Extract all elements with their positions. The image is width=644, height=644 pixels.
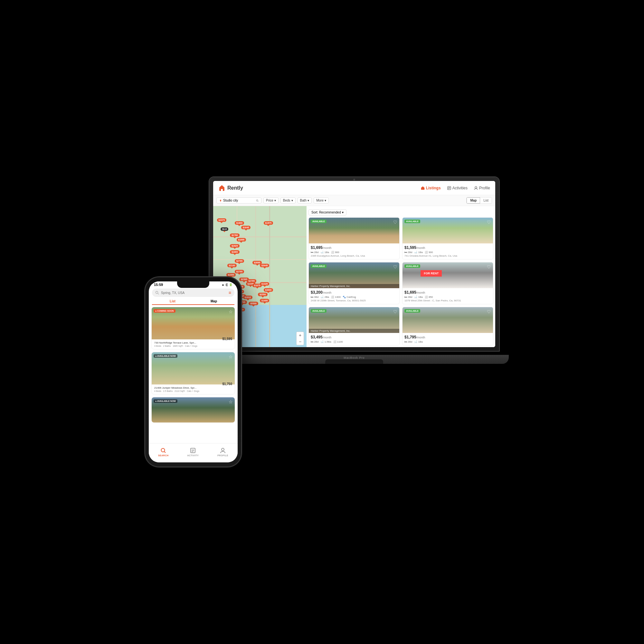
phone-nav-activity[interactable]: ACTIVITY	[187, 447, 199, 457]
favorite-button[interactable]: ♡	[393, 220, 397, 225]
price-pin[interactable]: $1780	[230, 233, 239, 237]
price-pin[interactable]: $4375	[217, 218, 226, 222]
favorite-button[interactable]: ♡	[393, 309, 397, 314]
phone-search-icon	[155, 291, 159, 295]
price-pin[interactable]: $1845	[241, 226, 251, 229]
price-pin[interactable]: $2550	[258, 293, 267, 296]
price-pin[interactable]: $1400	[260, 299, 269, 302]
listings-section: Sort: Recommended ▾ AVAILABLE ♡	[307, 206, 495, 347]
company-overlay: Harbor Property Management, Inc.	[309, 284, 399, 288]
listing-image: AVAILABLE ♡	[403, 307, 493, 333]
price-pin[interactable]: $3000	[264, 288, 273, 292]
listing-image: AVAILABLE ♡ Harbor Property Management, …	[309, 262, 399, 288]
phone-listing-card[interactable]: ● COMING SOON ☆ 730 NorthRidge Terrace L…	[151, 307, 235, 349]
price-pin[interactable]: $1975	[264, 221, 273, 225]
listing-badge: AVAILABLE	[404, 309, 420, 313]
price-pin[interactable]: $1912	[243, 296, 252, 299]
phone-tab-list[interactable]: List	[152, 298, 193, 305]
price-pin[interactable]: $2095	[226, 273, 236, 277]
phone-time: 15:59	[154, 283, 163, 287]
phone-favorite-btn[interactable]: ☆	[229, 309, 233, 314]
favorite-button[interactable]: ♡	[487, 220, 491, 225]
zoom-out-btn[interactable]: −	[297, 338, 304, 345]
phone-nav-search[interactable]: SEARCH	[158, 447, 169, 457]
for-rent-sign: FOR RENT	[421, 270, 442, 277]
listing-card[interactable]: AVAILABLE ♡ Harbor Property Management, …	[308, 307, 400, 346]
phone-nav-activity-label: ACTIVITY	[187, 454, 199, 457]
phone-favorite-btn[interactable]: ☆	[229, 399, 233, 404]
zoom-in-btn[interactable]: +	[297, 332, 304, 338]
price-pin[interactable]: $1625	[230, 244, 239, 248]
phone-tab-map[interactable]: Map	[193, 298, 234, 304]
price-pin[interactable]: $1800	[235, 221, 244, 225]
price-pin[interactable]: $1325	[260, 282, 269, 286]
phone-listing-card[interactable]: ● AVAILABLE NOW ☆ 21406 Juniper Meadows …	[151, 352, 235, 394]
phone-listing-image: ● AVAILABLE NOW ☆	[152, 352, 235, 384]
phone-nav-profile-label: PROFILE	[217, 454, 228, 457]
favorite-button[interactable]: ♡	[487, 309, 491, 314]
listing-card[interactable]: AVAILABLE ♡ Harbor Property Management, …	[308, 262, 400, 304]
listing-address: 2365 Eucalyptus Avenue, Long Beach, Ca, …	[311, 254, 397, 257]
listing-card[interactable]: AVAILABLE ♡ $1,595/month 🛏 2Bd 🛁 1Ba ⬜ 9…	[402, 217, 493, 260]
bath-filter-btn[interactable]: Bath ▾	[298, 197, 312, 204]
listing-baths: 🛁 1Ba	[414, 251, 422, 254]
listing-price: $1,795/month	[404, 335, 491, 339]
listing-badge: AVAILABLE	[404, 220, 420, 223]
listing-card[interactable]: AVAILABLE ♡ $1,795/month 🛏 2Bd 🛁 1Ba	[402, 307, 493, 346]
listing-beds: 🛏 2Bd	[311, 340, 318, 343]
price-period: /month	[416, 336, 425, 339]
scene: Rently Listings Activities	[145, 177, 499, 467]
map-road	[213, 236, 307, 237]
phone-search-bar[interactable]: ≡	[152, 289, 234, 297]
price-pin[interactable]: $3445	[260, 264, 269, 267]
phone-filter-icon[interactable]: ≡	[229, 290, 231, 295]
phone-card-badge: ● AVAILABLE NOW	[154, 399, 177, 403]
svg-rect-16	[191, 448, 195, 453]
more-filter-btn[interactable]: More ▾	[314, 197, 329, 204]
listing-details: 🛏 3Bd 🛁 2Ba ⬜ 1300 🐾 Cat/Dog	[311, 296, 397, 298]
location-search-input[interactable]	[223, 199, 255, 202]
nav-activities[interactable]: Activities	[447, 186, 468, 190]
home-icon	[421, 186, 425, 190]
phone-nav-profile[interactable]: PROFILE	[217, 447, 228, 457]
laptop-body: Rently Listings Activities	[209, 177, 499, 351]
nav-profile[interactable]: Profile	[474, 186, 490, 190]
price-filter-btn[interactable]: Price ▾	[263, 197, 279, 204]
listing-details: 🛏 2Bd 🛁 1.5Ba ⬜ 1100	[311, 340, 397, 343]
phone-card-meta: 3 Beds 2 Baths 1885 SqFt Cats + Dogs	[154, 345, 232, 347]
listing-price: $1,695/month	[404, 290, 491, 295]
phone-location-input[interactable]	[161, 291, 227, 295]
map-view-btn[interactable]: Map	[467, 197, 480, 204]
listing-sqft: ⬜ 900	[425, 251, 433, 254]
beds-filter-btn[interactable]: Beds ▾	[280, 197, 296, 204]
listing-card[interactable]: AVAILABLE ♡ $1,695/month 🛏 2Bd 🛁 1Ba ⬜ 9…	[308, 217, 400, 260]
listing-details: 🛏 2Bd 🛁 1Ba	[404, 340, 491, 343]
phone-card-badge: ● COMING SOON	[154, 309, 175, 313]
list-view-btn[interactable]: List	[480, 197, 492, 204]
listing-beds: 🛏 2Bd	[404, 296, 412, 298]
price-pin[interactable]: $1.8	[221, 227, 228, 231]
listing-details: 🛏 2Bd 🛁 1Ba ⬜ 900	[404, 251, 491, 254]
favorite-button[interactable]: ♡	[393, 264, 397, 270]
sort-button[interactable]: Sort: Recommended ▾	[308, 209, 346, 215]
price-pin[interactable]: $1695	[237, 238, 246, 241]
price-pin[interactable]: $5500	[249, 302, 258, 305]
listing-card[interactable]: AVAILABLE ♡ FOR RENT $1,695/month 🛏 2Bd …	[402, 262, 493, 304]
listing-image: AVAILABLE ♡ Harbor Property Management, …	[309, 307, 399, 333]
price-pin[interactable]: $2795	[235, 259, 244, 263]
favorite-button[interactable]: ♡	[487, 264, 491, 270]
price-pin[interactable]: $2795	[235, 270, 244, 273]
phone-body: 15:59 ▲ (( 🔋 ≡ List Map	[145, 277, 241, 467]
phone-listing-card[interactable]: ● AVAILABLE NOW ☆	[151, 397, 235, 423]
price-pin[interactable]: $2100	[227, 264, 237, 267]
listing-details: 🛏 2Bd 🛁 1Ba ⬜ 850	[404, 296, 491, 298]
search-input-wrap[interactable]	[216, 197, 261, 204]
laptop-camera	[353, 179, 355, 181]
listing-baths: 🛁 2Ba	[320, 296, 329, 298]
price-pin[interactable]: $1800	[230, 250, 239, 254]
phone-favorite-btn[interactable]: ☆	[229, 354, 233, 359]
listing-price: $1,595/month	[404, 245, 491, 250]
phone-card-price: $1,750	[222, 382, 232, 386]
nav-listings[interactable]: Listings	[421, 186, 441, 190]
phone-tabs: List Map	[152, 298, 234, 305]
